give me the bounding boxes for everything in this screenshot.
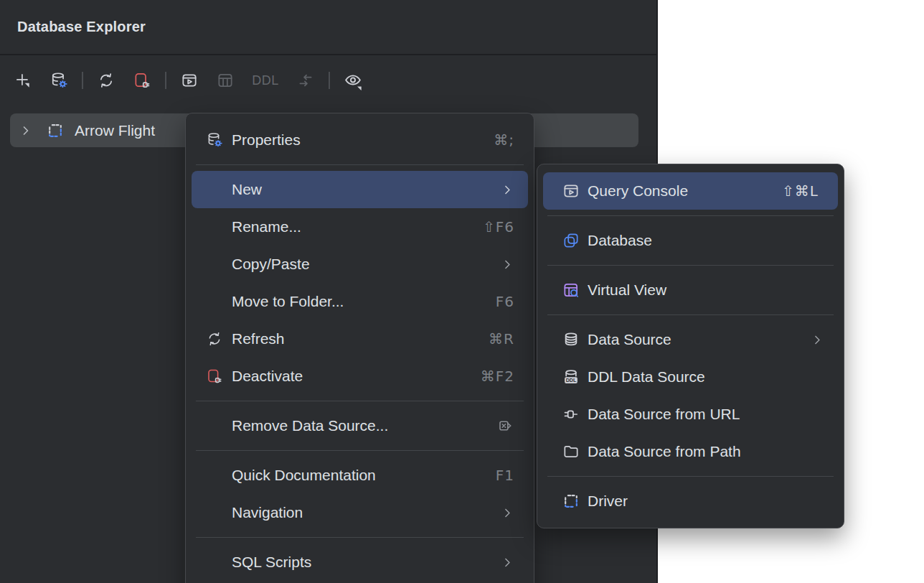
submenu-item-query-console[interactable]: Query Console ⇧⌘L: [543, 172, 838, 210]
add-button[interactable]: [10, 67, 36, 93]
swap-arrows-icon: [296, 71, 315, 90]
view-options-button[interactable]: [340, 67, 366, 93]
database-gear-icon: [50, 71, 68, 90]
database-icon: [562, 231, 580, 250]
menu-separator: [196, 450, 524, 451]
submenu-item-data-source-from-url[interactable]: Data Source from URL: [537, 396, 844, 433]
deactivate-plug-icon: [206, 368, 223, 385]
database-gear-icon: [206, 131, 223, 149]
refresh-icon: [97, 71, 116, 90]
ddl-data-source-icon: DDL: [562, 368, 580, 386]
menu-item-remove-data-source[interactable]: Remove Data Source...: [186, 407, 534, 444]
menu-item-sql-scripts[interactable]: SQL Scripts: [186, 544, 534, 581]
submenu-item-data-source[interactable]: Data Source: [537, 321, 844, 358]
ddl-label: DDL: [252, 73, 279, 88]
menu-item-new[interactable]: New: [192, 171, 528, 208]
console-play-icon: [562, 182, 580, 200]
svg-text:DDL: DDL: [566, 378, 577, 383]
submenu-item-data-source-from-path[interactable]: Data Source from Path: [537, 433, 844, 470]
submenu-chevron-icon: [500, 505, 514, 520]
toolbar-separator: [329, 72, 330, 89]
console-play-icon: [180, 71, 199, 90]
query-console-button[interactable]: [176, 67, 202, 93]
deactivate-plug-icon: [133, 71, 151, 90]
menu-separator: [547, 215, 834, 216]
tree-row-label: Arrow Flight: [75, 122, 155, 139]
menu-item-deactivate[interactable]: Deactivate ⌘F2: [186, 358, 534, 395]
panel-title: Database Explorer: [17, 19, 146, 35]
context-menu: Properties ⌘; New Rename... ⇧F6 Copy/Pas…: [185, 113, 534, 583]
submenu-chevron-icon: [500, 555, 514, 569]
virtual-view-icon: [562, 281, 580, 299]
table-editor-button: [212, 67, 238, 93]
refresh-button[interactable]: [93, 67, 119, 93]
menu-item-rename[interactable]: Rename... ⇧F6: [186, 208, 534, 246]
table-icon: [216, 71, 235, 90]
menu-item-copy-paste[interactable]: Copy/Paste: [186, 246, 534, 283]
plug-icon: [562, 405, 580, 424]
menu-item-quick-documentation[interactable]: Quick Documentation F1: [186, 457, 534, 494]
plus-dropdown-icon: [14, 71, 32, 90]
toolbar-separator: [82, 72, 83, 89]
menu-separator: [196, 401, 524, 401]
submenu-chevron-icon: [500, 257, 514, 271]
driver-icon: [46, 121, 65, 140]
new-submenu: Query Console ⇧⌘L Database: [537, 164, 844, 528]
submenu-chevron-icon: [500, 182, 514, 197]
data-source-icon: [562, 330, 580, 349]
chevron-right-icon[interactable]: [19, 123, 33, 138]
menu-separator: [547, 476, 834, 477]
menu-item-refresh[interactable]: Refresh ⌘R: [186, 320, 534, 358]
ddl-button: DDL: [248, 67, 283, 93]
submenu-item-driver[interactable]: Driver: [537, 482, 844, 520]
jump-to-ddl-button: [293, 67, 319, 93]
submenu-item-virtual-view[interactable]: Virtual View: [537, 271, 844, 309]
eye-dropdown-icon: [343, 70, 363, 90]
panel-titlebar: Database Explorer: [0, 0, 656, 55]
delete-icon: [497, 417, 514, 434]
submenu-item-database[interactable]: Database: [537, 222, 844, 259]
menu-item-properties[interactable]: Properties ⌘;: [186, 121, 534, 159]
refresh-icon: [206, 330, 223, 348]
menu-separator: [547, 314, 834, 315]
toolbar-separator: [165, 72, 166, 89]
submenu-chevron-icon: [810, 332, 824, 347]
panel-toolbar: DDL: [0, 57, 656, 104]
folder-icon: [562, 442, 580, 461]
deactivate-button[interactable]: [129, 67, 155, 93]
driver-icon: [562, 492, 580, 510]
menu-separator: [547, 265, 834, 266]
menu-separator: [196, 537, 524, 538]
data-source-properties-button[interactable]: [46, 67, 72, 93]
menu-item-move-to-folder[interactable]: Move to Folder... F6: [186, 283, 534, 320]
screenshot-canvas: Database Explorer: [0, 0, 924, 583]
menu-item-navigation[interactable]: Navigation: [186, 494, 534, 531]
menu-separator: [196, 164, 524, 165]
submenu-item-ddl-data-source[interactable]: DDL DDL Data Source: [537, 358, 844, 396]
